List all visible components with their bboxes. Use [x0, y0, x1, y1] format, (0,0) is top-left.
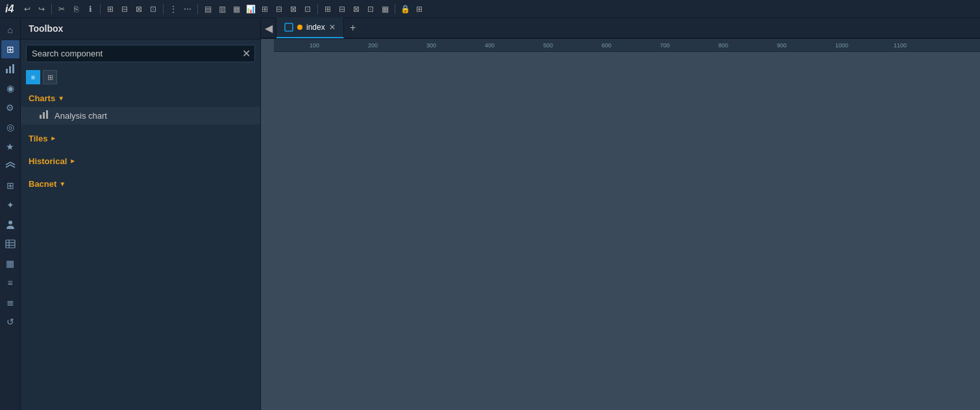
tiles-section-header[interactable]: Tiles ▼ [21, 130, 260, 147]
sidebar-icon-refresh[interactable]: ↺ [1, 313, 19, 331]
undo-icon[interactable]: ↩ [21, 3, 33, 15]
info-icon[interactable]: ℹ [84, 3, 96, 15]
arrange-icon-7[interactable]: ⊠ [288, 3, 299, 15]
charts-label: Charts [29, 93, 55, 103]
sidebar-icon-settings[interactable]: ⚙ [1, 99, 19, 117]
arrange-icon-3[interactable]: ▦ [230, 3, 242, 15]
grid-icon[interactable]: ⊡ [302, 3, 313, 15]
toolbar-sep-1 [51, 4, 52, 14]
sidebar-icon-home[interactable]: ⌂ [1, 21, 19, 39]
tiles-arrow-icon: ▼ [50, 136, 57, 142]
ruler-mark-1000: 1000 [835, 42, 848, 49]
sidebar-icon-list2[interactable]: ≣ [1, 293, 19, 311]
copy-icon[interactable]: ⎘ [70, 3, 82, 15]
tab-bar-collapse-icon[interactable]: ◀ [261, 18, 276, 38]
sidebar-icon-list[interactable]: ≡ [1, 274, 19, 292]
bacnet-section-header[interactable]: Bacnet ▼ [21, 175, 260, 193]
redo-icon[interactable]: ↪ [36, 3, 47, 15]
distribute-icon-1[interactable]: ⋮ [167, 3, 179, 15]
toolbar-sep-4 [197, 4, 198, 14]
svg-rect-10 [46, 110, 48, 119]
index-tab-label: index [306, 23, 325, 32]
svg-rect-0 [6, 69, 8, 73]
top-toolbar: i4 ↩ ↪ ✂ ⎘ ℹ ⊞ ⊟ ⊠ ⊡ ⋮ ⋯ ▤ ▥ ▦ 📊 ⊞ ⊟ ⊠ ⊡… [0, 0, 980, 18]
bar-chart-item-icon [39, 110, 49, 121]
list-view-button[interactable]: ≡ [26, 70, 40, 84]
svg-rect-11 [285, 23, 293, 31]
index-tab[interactable]: index ✕ [276, 18, 344, 38]
svg-rect-1 [9, 66, 11, 73]
bacnet-arrow-icon: ▼ [59, 180, 66, 187]
app-logo: i4 [5, 3, 14, 15]
charts-section-header[interactable]: Charts ▼ [21, 90, 260, 107]
sidebar-icon-film[interactable]: ▦ [1, 254, 19, 272]
tab-dot [297, 25, 302, 30]
content-area: ◀ index ✕ + 100 200 300 400 500 600 [261, 18, 980, 410]
sidebar-icon-globe[interactable]: ◉ [1, 79, 19, 97]
svg-rect-8 [40, 115, 42, 119]
ruler-mark-600: 600 [602, 42, 611, 49]
arrange-icon-8[interactable]: ⊞ [322, 3, 334, 15]
arrange-icon-1[interactable]: ▤ [202, 3, 214, 15]
search-input[interactable] [27, 45, 238, 62]
toolbox-search-container: ✕ [26, 45, 255, 62]
toolbar-sep-5 [317, 4, 318, 14]
arrange-icon-12[interactable]: ▦ [379, 3, 391, 15]
sidebar-icon-user[interactable] [1, 215, 19, 234]
ruler-mark-100: 100 [310, 42, 319, 49]
tab-file-icon [284, 23, 293, 32]
arrange-icon-2[interactable]: ▥ [216, 3, 228, 15]
group-icon[interactable]: ⊞ [413, 3, 425, 15]
main-layout: ⌂ ⊞ ◉ ⚙ ◎ ★ ⊞ ✦ ▦ ≡ ≣ ↺ Toolbox ✕ [0, 18, 980, 410]
ruler-mark-500: 500 [543, 42, 553, 49]
search-clear-icon[interactable]: ✕ [238, 47, 254, 60]
cut-icon[interactable]: ✂ [56, 3, 67, 15]
canvas-area: 100 200 300 400 500 600 700 800 900 1000… [261, 39, 980, 410]
bacnet-label: Bacnet [29, 179, 56, 189]
grid-view-button[interactable]: ⊞ [43, 70, 57, 84]
sidebar-icon-table[interactable] [1, 235, 19, 253]
align-icon-2[interactable]: ⊟ [119, 3, 130, 15]
ruler-mark-400: 400 [485, 42, 495, 49]
align-icon-1[interactable]: ⊞ [104, 3, 116, 15]
tiles-section: Tiles ▼ [21, 127, 260, 150]
sidebar-icon-cog[interactable]: ✦ [1, 196, 19, 214]
bacnet-section: Bacnet ▼ [21, 173, 260, 195]
arrange-icon-11[interactable]: ⊡ [365, 3, 376, 15]
sidebar-icon-chart[interactable] [1, 60, 19, 78]
toolbox-panel: Toolbox ✕ ≡ ⊞ Charts ▼ Analysis chart [21, 18, 261, 410]
ruler-mark-300: 300 [426, 42, 436, 49]
toolbox-header: Toolbox [21, 18, 260, 40]
sidebar-icon-layout[interactable]: ⊞ [1, 40, 19, 58]
icon-sidebar: ⌂ ⊞ ◉ ⚙ ◎ ★ ⊞ ✦ ▦ ≡ ≣ ↺ [0, 18, 21, 410]
charts-section: Charts ▼ Analysis chart [21, 87, 260, 127]
arrange-icon-10[interactable]: ⊠ [350, 3, 362, 15]
align-icon-3[interactable]: ⊠ [133, 3, 145, 15]
tab-bar: ◀ index ✕ + [261, 18, 980, 39]
bar-chart-icon[interactable]: 📊 [245, 3, 256, 15]
analysis-chart-label: Analysis chart [55, 111, 107, 121]
svg-rect-9 [43, 112, 45, 119]
historical-label: Historical [29, 156, 67, 166]
ruler-mark-700: 700 [660, 42, 670, 49]
toolbox-view-toggle: ≡ ⊞ [21, 67, 260, 87]
tab-close-icon[interactable]: ✕ [329, 23, 336, 32]
sidebar-icon-eye[interactable]: ◎ [1, 118, 19, 136]
analysis-chart-item[interactable]: Analysis chart [21, 107, 260, 125]
toolbar-sep-6 [395, 4, 395, 14]
arrange-icon-5[interactable]: ⊞ [259, 3, 271, 15]
svg-rect-2 [12, 64, 14, 73]
ruler-mark-200: 200 [368, 42, 378, 49]
sidebar-icon-layers[interactable] [1, 157, 19, 175]
align-icon-4[interactable]: ⊡ [147, 3, 159, 15]
distribute-icon-2[interactable]: ⋯ [182, 3, 193, 15]
sidebar-icon-star[interactable]: ★ [1, 138, 19, 156]
lock-icon[interactable]: 🔒 [399, 3, 411, 15]
toolbar-sep-2 [100, 4, 101, 14]
sidebar-icon-grid[interactable]: ⊞ [1, 176, 19, 195]
arrange-icon-6[interactable]: ⊟ [273, 3, 285, 15]
tab-add-button[interactable]: + [344, 18, 362, 38]
historical-section-header[interactable]: Historical ▼ [21, 152, 260, 170]
toolbox-title: Toolbox [29, 23, 63, 34]
arrange-icon-9[interactable]: ⊟ [336, 3, 348, 15]
